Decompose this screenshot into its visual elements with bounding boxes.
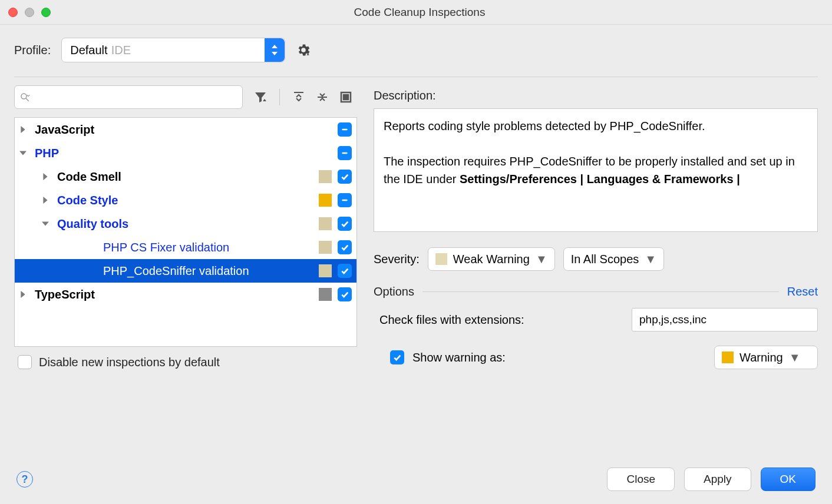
disable-checkbox[interactable]: [18, 355, 32, 369]
close-button[interactable]: Close: [607, 467, 675, 491]
chevron-right-icon: [19, 126, 29, 133]
svg-point-0: [21, 94, 27, 99]
search-box[interactable]: [14, 85, 243, 109]
tree-row[interactable]: PHP CS Fixer validation: [15, 236, 356, 259]
inspection-checkbox[interactable]: [338, 146, 352, 160]
tree-row[interactable]: Code Smell: [15, 165, 356, 188]
profile-value: Default: [70, 44, 107, 57]
gear-icon[interactable]: [296, 42, 311, 58]
reset-link[interactable]: Reset: [787, 285, 818, 299]
titlebar: Code Cleanup Inspections: [0, 0, 832, 25]
severity-label: Severity:: [374, 253, 420, 266]
svg-rect-5: [344, 95, 348, 100]
tree-item-label: TypeScript: [35, 288, 319, 301]
svg-line-1: [26, 98, 29, 101]
inspection-checkbox[interactable]: [338, 170, 352, 184]
window-close-button[interactable]: [8, 8, 18, 17]
window-maximize-button[interactable]: [41, 8, 51, 17]
search-input[interactable]: [15, 86, 176, 108]
profile-label: Profile:: [14, 44, 51, 57]
extensions-input[interactable]: [632, 308, 818, 331]
show-warning-row: Show warning as: Warning ▼: [374, 346, 818, 369]
severity-value: Weak Warning: [453, 253, 530, 266]
tree-row[interactable]: Quality tools: [15, 212, 356, 236]
extensions-label: Check files with extensions:: [379, 313, 632, 327]
chevron-down-icon: ▼: [789, 351, 801, 364]
chevron-down-icon: [42, 220, 51, 227]
chevron-down-icon: [19, 150, 29, 157]
profile-scope: IDE: [111, 44, 131, 57]
help-icon[interactable]: ?: [16, 471, 33, 488]
profile-row: Profile: Default IDE: [0, 25, 832, 77]
tree-row[interactable]: PHP: [15, 141, 356, 165]
chevron-right-icon: [42, 173, 51, 180]
profile-chevrons-icon: [265, 38, 285, 62]
severity-swatch-icon: [319, 288, 332, 301]
disable-label: Disable new inspections by default: [39, 356, 220, 369]
window-title: Code Cleanup Inspections: [51, 6, 824, 19]
severity-row: Severity: Weak Warning ▼ In All Scopes ▼: [374, 247, 818, 271]
extensions-row: Check files with extensions:: [374, 308, 818, 331]
severity-dropdown[interactable]: Weak Warning ▼: [428, 247, 555, 271]
expand-all-icon[interactable]: [292, 90, 306, 104]
warning-level-dropdown[interactable]: Warning ▼: [714, 346, 818, 369]
svg-rect-8: [342, 200, 347, 201]
description-p2: The inspection requires PHP_CodeSniffer …: [384, 152, 808, 188]
window-minimize-button[interactable]: [25, 8, 34, 17]
svg-rect-6: [342, 129, 347, 131]
options-header: Options Reset: [374, 285, 818, 299]
options-label: Options: [374, 285, 422, 299]
inspection-checkbox[interactable]: [338, 122, 352, 137]
description-label: Description:: [374, 85, 818, 108]
svg-rect-7: [342, 152, 347, 154]
chevron-right-icon: [42, 197, 51, 204]
expand-icon[interactable]: [339, 90, 353, 104]
tree-row[interactable]: TypeScript: [15, 283, 356, 306]
description-box: Reports coding style problems detected b…: [374, 108, 818, 232]
tree-row[interactable]: JavaScript: [15, 118, 356, 141]
show-warning-label: Show warning as:: [412, 351, 714, 364]
inspection-checkbox[interactable]: [338, 217, 352, 231]
inspection-tree[interactable]: JavaScriptPHPCode SmellCode StyleQuality…: [14, 117, 357, 347]
tree-item-label: JavaScript: [35, 123, 319, 137]
warning-level-value: Warning: [739, 351, 783, 364]
severity-swatch-icon: [319, 264, 332, 277]
chevron-down-icon: ▼: [645, 253, 656, 266]
tree-item-label: PHP CS Fixer validation: [103, 241, 319, 254]
tree-row[interactable]: Code Style: [15, 188, 356, 212]
inspection-checkbox[interactable]: [338, 287, 352, 301]
chevron-right-icon: [19, 291, 29, 298]
show-warning-checkbox[interactable]: [390, 350, 404, 364]
tree-item-label: Code Smell: [57, 170, 319, 184]
tree-item-label: PHP_CodeSniffer validation: [103, 264, 319, 278]
filter-icon[interactable]: [253, 90, 268, 104]
options-divider: [422, 291, 779, 292]
traffic-lights: [8, 8, 51, 17]
severity-swatch-icon: [319, 194, 332, 207]
inspection-checkbox[interactable]: [338, 240, 352, 254]
apply-button[interactable]: Apply: [684, 467, 751, 491]
description-p1: Reports coding style problems detected b…: [384, 117, 808, 135]
severity-swatch-icon: [319, 241, 332, 254]
disable-row: Disable new inspections by default: [14, 347, 357, 369]
scope-value: In All Scopes: [571, 253, 639, 266]
severity-swatch-icon: [319, 217, 332, 230]
toolbar-separator: [279, 89, 280, 105]
warning-color-swatch: [722, 352, 734, 363]
severity-color-swatch: [435, 253, 447, 265]
toolbar: [14, 85, 357, 109]
tree-item-label: Quality tools: [57, 217, 319, 231]
collapse-all-icon[interactable]: [315, 90, 329, 104]
footer: ? Close Apply OK: [0, 458, 832, 504]
tree-item-label: Code Style: [57, 194, 319, 207]
ok-button[interactable]: OK: [761, 467, 816, 491]
severity-swatch-icon: [319, 170, 332, 183]
profile-select[interactable]: Default IDE: [61, 38, 285, 62]
inspection-checkbox[interactable]: [338, 264, 352, 278]
chevron-down-icon: ▼: [536, 253, 547, 266]
inspection-checkbox[interactable]: [338, 193, 352, 207]
tree-row[interactable]: PHP_CodeSniffer validation: [15, 259, 356, 283]
scope-dropdown[interactable]: In All Scopes ▼: [563, 247, 664, 271]
tree-item-label: PHP: [35, 147, 319, 160]
search-icon: [19, 92, 30, 102]
